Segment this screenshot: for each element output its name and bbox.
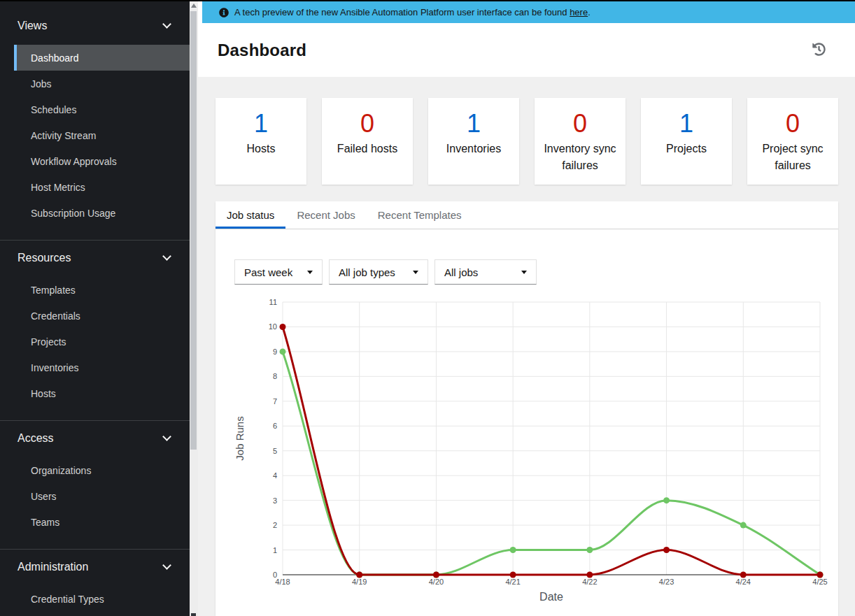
sidebar-item-schedules[interactable]: Schedules xyxy=(14,96,190,122)
chevron-down-icon xyxy=(162,561,171,570)
sidebar-item-host-metrics[interactable]: Host Metrics xyxy=(14,174,190,200)
sidebar-item-inventories[interactable]: Inventories xyxy=(14,354,190,380)
y-tick-label: 10 xyxy=(269,322,277,331)
stat-value: 1 xyxy=(641,108,732,141)
caret-down-icon xyxy=(413,271,418,274)
tab-job-status[interactable]: Job status xyxy=(215,201,285,229)
sidebar-item-credential-types[interactable]: Credential Types xyxy=(14,586,190,612)
x-tick-label: 4/21 xyxy=(505,578,520,586)
chart-point-failed[interactable] xyxy=(663,547,670,553)
chart-point-failed[interactable] xyxy=(817,572,824,578)
chart-point-failed[interactable] xyxy=(356,572,362,578)
page-title: Dashboard xyxy=(218,41,306,60)
section-label: Access xyxy=(17,432,54,445)
sidebar: ViewsDashboardJobsSchedulesActivity Stre… xyxy=(0,1,190,616)
page-header: Dashboard xyxy=(198,23,855,77)
chart-point-failed[interactable] xyxy=(280,324,286,330)
sidebar-item-jobs[interactable]: Jobs xyxy=(14,71,190,96)
sidebar-item-organizations[interactable]: Organizations xyxy=(14,457,190,483)
y-tick-label: 2 xyxy=(273,521,277,529)
tab-recent-jobs[interactable]: Recent Jobs xyxy=(285,201,366,229)
sidebar-item-hosts[interactable]: Hosts xyxy=(14,380,190,406)
sidebar-scrollbar[interactable] xyxy=(190,1,198,616)
tab-recent-templates[interactable]: Recent Templates xyxy=(367,201,473,229)
chart-container: 012345678910114/184/194/204/214/224/234/… xyxy=(215,290,838,605)
history-icon xyxy=(812,43,826,56)
x-tick-label: 4/25 xyxy=(812,578,827,586)
sidebar-item-activity-stream[interactable]: Activity Stream xyxy=(14,122,190,148)
jobs-card: Job statusRecent JobsRecent Templates Pa… xyxy=(215,201,838,616)
stat-label: Hosts xyxy=(215,141,306,157)
scrollbar-down-arrow-icon[interactable] xyxy=(191,613,196,616)
scrollbar-thumb[interactable] xyxy=(190,11,197,450)
stat-card-hosts[interactable]: 1Hosts xyxy=(215,98,306,185)
y-tick-label: 7 xyxy=(273,397,277,406)
x-tick-label: 4/19 xyxy=(352,578,367,586)
sidebar-section-header-administration[interactable]: Administration xyxy=(0,557,190,578)
stat-value: 1 xyxy=(428,108,519,141)
sidebar-section-header-resources[interactable]: Resources xyxy=(0,248,190,268)
filter-select-period[interactable]: Past week xyxy=(234,259,323,285)
chart-point-failed[interactable] xyxy=(586,572,593,578)
stat-label: Project sync failures xyxy=(747,141,838,174)
chart-point-failed[interactable] xyxy=(740,572,747,578)
y-axis-label: Job Runs xyxy=(234,416,246,460)
chevron-down-icon xyxy=(162,252,171,261)
chart-point-failed[interactable] xyxy=(433,572,439,578)
caret-down-icon xyxy=(521,271,527,274)
chart-point-successful[interactable] xyxy=(510,547,516,553)
stat-card-failed-hosts[interactable]: 0Failed hosts xyxy=(322,98,413,185)
stat-value: 0 xyxy=(535,108,626,141)
sidebar-item-subscription-usage[interactable]: Subscription Usage xyxy=(14,200,190,226)
sidebar-section-administration: AdministrationCredential Types xyxy=(0,549,190,616)
chart-point-successful[interactable] xyxy=(740,522,747,529)
filter-select-job-type[interactable]: All job types xyxy=(329,259,428,285)
stat-card-inventories[interactable]: 1Inventories xyxy=(428,98,519,185)
stat-card-projects[interactable]: 1Projects xyxy=(641,98,732,185)
section-label: Administration xyxy=(17,561,88,573)
stat-label: Inventories xyxy=(428,141,519,157)
x-tick-label: 4/23 xyxy=(659,578,674,586)
stat-card-project-sync-failures[interactable]: 0Project sync failures xyxy=(747,98,838,185)
y-tick-label: 5 xyxy=(273,447,277,455)
chevron-down-icon xyxy=(162,20,171,29)
filters-row: Past weekAll job typesAll jobs xyxy=(215,229,838,290)
sidebar-section-header-access[interactable]: Access xyxy=(0,428,190,449)
job-runs-chart: 012345678910114/184/194/204/214/224/234/… xyxy=(215,290,837,605)
y-tick-label: 9 xyxy=(273,348,277,356)
sidebar-item-dashboard[interactable]: Dashboard xyxy=(14,45,190,71)
stat-label: Inventory sync failures xyxy=(535,141,626,174)
y-tick-label: 1 xyxy=(273,546,277,554)
y-tick-label: 11 xyxy=(269,298,277,306)
filter-select-job[interactable]: All jobs xyxy=(434,259,537,285)
sidebar-item-credentials[interactable]: Credentials xyxy=(14,303,190,329)
stat-value: 0 xyxy=(322,108,413,141)
sidebar-section-views: ViewsDashboardJobsSchedulesActivity Stre… xyxy=(0,1,190,240)
stat-value: 0 xyxy=(747,108,838,141)
sidebar-section-resources: ResourcesTemplatesCredentialsProjectsInv… xyxy=(0,240,190,420)
y-tick-label: 8 xyxy=(273,372,277,380)
chart-point-successful[interactable] xyxy=(586,547,593,553)
chart-point-successful[interactable] xyxy=(280,348,286,354)
sidebar-item-workflow-approvals[interactable]: Workflow Approvals xyxy=(14,148,190,174)
sidebar-item-projects[interactable]: Projects xyxy=(14,329,190,354)
stat-label: Projects xyxy=(641,141,732,157)
filter-value: All jobs xyxy=(444,266,478,278)
y-tick-label: 6 xyxy=(273,422,277,430)
y-tick-label: 4 xyxy=(273,471,277,480)
x-axis-label: Date xyxy=(539,591,563,603)
chart-point-successful[interactable] xyxy=(663,497,670,503)
stat-card-inventory-sync-failures[interactable]: 0Inventory sync failures xyxy=(535,98,626,185)
sidebar-item-templates[interactable]: Templates xyxy=(14,277,190,303)
stat-value: 1 xyxy=(215,108,306,141)
sidebar-section-header-views[interactable]: Views xyxy=(0,15,190,36)
banner-link-here[interactable]: here xyxy=(570,7,588,17)
chart-point-failed[interactable] xyxy=(510,572,516,578)
history-button[interactable] xyxy=(810,40,828,61)
sidebar-item-teams[interactable]: Teams xyxy=(14,509,190,535)
sidebar-item-users[interactable]: Users xyxy=(14,483,190,509)
stat-label: Failed hosts xyxy=(322,141,413,157)
scrollbar-up-arrow-icon[interactable] xyxy=(191,3,197,8)
banner-text: A tech preview of the new Ansible Automa… xyxy=(234,7,591,17)
tech-preview-banner: A tech preview of the new Ansible Automa… xyxy=(202,1,855,23)
